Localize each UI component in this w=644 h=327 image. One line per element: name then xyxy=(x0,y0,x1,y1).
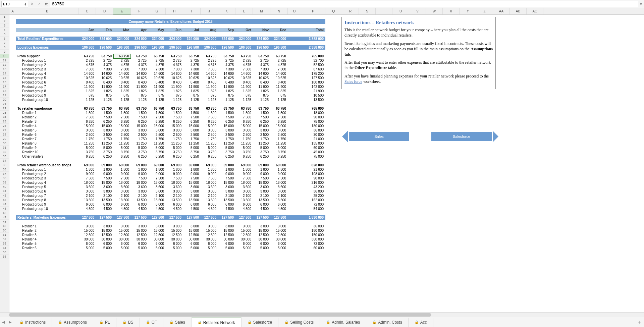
cell[interactable]: 196 500 xyxy=(166,45,183,50)
total-cell[interactable]: 45 000 xyxy=(301,150,325,154)
cell[interactable]: 14 600 xyxy=(96,71,113,76)
cell[interactable]: 127 500 xyxy=(96,215,113,220)
row-header-13[interactable]: 13 xyxy=(0,67,9,71)
cell[interactable]: 11 250 xyxy=(218,141,235,146)
cell[interactable]: 196 500 xyxy=(78,45,96,50)
cell[interactable]: 8 400 xyxy=(253,80,270,85)
row-header-4[interactable]: 4 xyxy=(0,28,9,32)
cell[interactable]: 3 750 xyxy=(148,150,166,154)
tab-retailers-network[interactable]: 🔒Retailers Network xyxy=(192,318,241,327)
col-header-G[interactable]: G xyxy=(148,8,166,14)
tab-selling-costs[interactable]: 🔒Selling Costs xyxy=(278,318,320,327)
cell[interactable]: 63 750 xyxy=(270,54,288,58)
cell[interactable]: 127 500 xyxy=(166,215,183,220)
salesforce-link[interactable]: Sales force xyxy=(344,79,362,84)
cell[interactable]: 69 000 xyxy=(148,163,166,167)
cell[interactable]: 63 750 xyxy=(148,106,166,111)
row-header-6[interactable]: 6 xyxy=(0,37,9,41)
cell[interactable]: 15 000 xyxy=(218,228,235,233)
cell[interactable]: 5 000 xyxy=(166,246,183,250)
total-cell[interactable]: 142 800 xyxy=(301,85,325,89)
cell[interactable]: 4 375 xyxy=(131,63,148,67)
cell[interactable]: 3 600 xyxy=(235,185,253,189)
col-header-AC[interactable]: AC xyxy=(527,8,543,14)
cell[interactable]: 2 500 xyxy=(78,132,96,137)
cell[interactable]: 11 250 xyxy=(183,141,201,146)
row-header-16[interactable]: 16 xyxy=(0,80,9,85)
row-header-49[interactable]: 49 xyxy=(0,224,9,228)
row-header-11[interactable]: 11 xyxy=(0,58,9,63)
formula-expand-icon[interactable]: ▼ xyxy=(638,2,644,6)
formula-accept-icon[interactable]: ✓ xyxy=(36,2,43,6)
cell[interactable]: 30 000 xyxy=(270,237,288,241)
cell[interactable]: 7 500 xyxy=(218,115,235,119)
cell[interactable]: 12 500 xyxy=(235,233,253,237)
col-header-O[interactable]: O xyxy=(288,8,301,14)
cell[interactable]: 15 000 xyxy=(96,228,113,233)
cell[interactable]: 1 125 xyxy=(148,98,166,102)
cell[interactable]: 324 000 xyxy=(113,37,131,41)
cell[interactable]: 6 250 xyxy=(148,154,166,159)
col-header-S[interactable]: S xyxy=(359,8,376,14)
cell[interactable]: 8 400 xyxy=(131,80,148,85)
cell[interactable]: 3 000 xyxy=(218,189,235,194)
cell[interactable]: 7 500 xyxy=(201,115,218,119)
total-cell[interactable]: 175 200 xyxy=(301,71,325,76)
cell[interactable]: 15 000 xyxy=(201,228,218,233)
fx-icon[interactable]: fx xyxy=(45,2,48,6)
cell[interactable]: 875 xyxy=(183,93,201,98)
total-cell[interactable]: 10 500 xyxy=(301,93,325,98)
cell[interactable]: 3 000 xyxy=(235,224,253,228)
cell[interactable]: 5 000 xyxy=(183,246,201,250)
cell[interactable]: 4 375 xyxy=(218,63,235,67)
tab-cf[interactable]: 🔒CF xyxy=(140,318,163,327)
cell[interactable]: 63 750 xyxy=(235,106,253,111)
cell[interactable]: 324 000 xyxy=(78,37,96,41)
row-header-18[interactable]: 18 xyxy=(0,89,9,93)
cell[interactable]: 69 000 xyxy=(201,163,218,167)
cell[interactable]: 5 000 xyxy=(218,146,235,150)
cell[interactable]: 4 375 xyxy=(183,63,201,67)
cell[interactable]: 3 000 xyxy=(201,128,218,132)
cell[interactable]: 2 100 xyxy=(201,194,218,198)
cell[interactable]: 324 000 xyxy=(166,37,183,41)
row-header-38[interactable]: 38 xyxy=(0,176,9,180)
cell[interactable]: 5 000 xyxy=(201,246,218,250)
total-cell[interactable]: 21 900 xyxy=(301,89,325,93)
cell[interactable]: 127 500 xyxy=(253,215,270,220)
row-header-25[interactable]: 25 xyxy=(0,119,9,124)
total-cell[interactable]: 2 358 000 xyxy=(301,45,325,50)
cell[interactable]: 6 250 xyxy=(131,154,148,159)
cell[interactable]: 6 250 xyxy=(113,154,131,159)
row-header-3[interactable]: 3 xyxy=(0,23,9,28)
cell[interactable]: 3 600 xyxy=(113,185,131,189)
cell[interactable]: 4 500 xyxy=(183,207,201,211)
cell[interactable]: 18 000 xyxy=(253,180,270,185)
cell[interactable]: 3 000 xyxy=(96,189,113,194)
cell[interactable]: 1 500 xyxy=(201,111,218,115)
cell[interactable]: 875 xyxy=(78,93,96,98)
cell[interactable]: 2 100 xyxy=(96,194,113,198)
cell[interactable]: 324 000 xyxy=(183,37,201,41)
cell[interactable]: 69 000 xyxy=(270,163,288,167)
cell[interactable]: 324 000 xyxy=(218,37,235,41)
cell[interactable]: 7 300 xyxy=(78,67,96,71)
total-cell[interactable]: 765 000 xyxy=(301,54,325,58)
cell[interactable]: 1 825 xyxy=(113,89,131,93)
cell[interactable]: 63 750 xyxy=(235,54,253,58)
cell[interactable]: 11 900 xyxy=(183,85,201,89)
cell[interactable]: 3 750 xyxy=(78,150,96,154)
total-cell[interactable]: 43 200 xyxy=(301,185,325,189)
cell[interactable]: 1 800 xyxy=(96,167,113,172)
cell[interactable]: 30 000 xyxy=(218,237,235,241)
cell[interactable]: 3 000 xyxy=(270,189,288,194)
cell[interactable]: 3 750 xyxy=(183,150,201,154)
cell[interactable]: 2 725 xyxy=(148,58,166,63)
cell[interactable]: 2 725 xyxy=(235,58,253,63)
cell[interactable]: 1 750 xyxy=(201,137,218,141)
cell[interactable]: 7 500 xyxy=(270,115,288,119)
row-header-50[interactable]: 50 xyxy=(0,228,9,233)
cell[interactable]: 6 000 xyxy=(96,241,113,246)
row-header-7[interactable]: 7 xyxy=(0,41,9,45)
cell[interactable]: 5 000 xyxy=(270,246,288,250)
